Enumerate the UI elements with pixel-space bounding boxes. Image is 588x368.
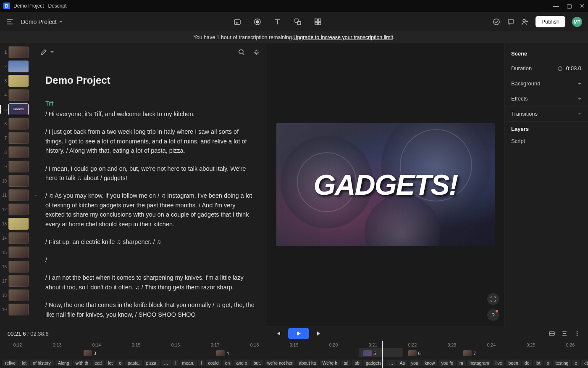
timeline-word[interactable]: … [386,360,396,366]
scene-thumb-7[interactable]: 7 [2,132,32,144]
scene-thumb-14[interactable]: 14 [2,232,32,244]
paragraph-gutter-controls[interactable]: /+ [34,192,37,200]
timeline-scene-row[interactable]: 34567 [0,350,588,358]
comment-icon[interactable] [507,18,514,26]
window-maximize-icon[interactable]: ▢ [567,3,572,9]
script-paragraph[interactable]: / ♫ As you may know, if you follow me on… [45,191,255,229]
timeline-word[interactable]: m [457,360,466,366]
shapes-tool-icon[interactable] [294,18,302,26]
timeline-word[interactable]: o [116,360,124,366]
timeline-word[interactable]: Along [55,360,72,366]
script-paragraph[interactable]: / I am not the best when it comes to sha… [45,273,255,292]
timeline-scene-marker-7[interactable]: 7 [463,350,476,357]
record-tool-icon[interactable] [253,18,262,26]
search-icon[interactable] [238,49,245,56]
timeline-word[interactable]: o [544,360,552,366]
timeline-word[interactable]: … [161,360,171,366]
scene-thumb-18[interactable]: 18 [2,289,32,301]
timeline-word[interactable]: but, [251,360,264,366]
timeline-word[interactable]: we're not her [265,360,295,366]
timeline-word[interactable]: I [172,360,178,366]
timeline-word[interactable]: do [522,360,532,366]
project-name-dropdown[interactable]: Demo Project [21,19,63,25]
timeline-word[interactable]: As [397,360,407,366]
timeline-word[interactable]: you [409,360,421,366]
timeline-word[interactable]: Instagram [467,360,492,366]
scene-thumb-15[interactable]: 15 [2,246,32,258]
timeline-area[interactable]: 0:120:130:140:150:160:170:180:190:200:21… [0,341,588,368]
add-person-icon[interactable] [521,18,529,26]
scene-thumb-9[interactable]: 9 [2,161,32,172]
more-icon[interactable] [574,330,580,337]
layers-row[interactable]: Layers [504,122,588,136]
banner-upgrade-link[interactable]: Upgrade to increase your transcription l… [293,34,393,40]
scene-thumb-3[interactable]: 3 [2,75,32,87]
play-button[interactable] [288,328,309,339]
timeline-word[interactable]: I've [493,360,504,366]
timeline-word[interactable]: lot [533,360,543,366]
timeline-selection-box[interactable] [359,348,403,357]
fullscreen-icon[interactable] [487,293,499,305]
scene-thumb-19[interactable]: 19 [2,304,32,315]
script-paragraph[interactable]: / I just got back from a two week long t… [45,127,255,155]
scene-thumb-11[interactable]: 11 [2,189,32,201]
script-paragraph[interactable]: / First up, an electric knife ♫ sharpene… [45,237,255,246]
timeline-scene-marker-4[interactable]: 4 [216,350,229,357]
scene-thumb-10[interactable]: 10 [2,175,32,187]
scene-thumb-1[interactable]: 1 [2,46,32,58]
timeline-view-icon[interactable] [549,330,555,337]
window-minimize-icon[interactable]: — [553,3,559,9]
templates-tool-icon[interactable] [314,18,322,26]
timeline-word[interactable]: tal [341,360,351,366]
align-icon[interactable] [561,330,568,337]
duration-row[interactable]: Duration 0:03.0 [504,61,588,76]
chevron-down-icon[interactable] [50,51,54,53]
transitions-row[interactable]: Transitions + [504,106,588,122]
script-paragraph[interactable]: / Hi everyone, it's Tiff, and welcome ba… [45,109,255,119]
scene-thumb-17[interactable]: 17 [2,275,32,287]
menu-icon[interactable] [6,18,13,26]
skip-forward-icon[interactable] [316,330,323,337]
scene-thumb-6[interactable]: 6 [2,118,32,130]
timeline-word[interactable]: with th [73,360,91,366]
timeline-word[interactable]: ab [352,360,362,366]
skip-back-icon[interactable] [275,330,281,337]
plus-icon[interactable]: + [34,192,38,200]
user-avatar[interactable]: MT [572,17,582,27]
timeline-word[interactable]: you fo [438,360,456,366]
timeline-word[interactable]: pizza. [144,360,160,366]
timeline-word[interactable]: could [206,360,221,366]
text-tool-icon[interactable] [273,18,282,26]
timeline-word[interactable]: mean, [180,360,197,366]
timeline-word[interactable]: testing [553,360,571,366]
script-paragraph[interactable]: / Now, the one that comes in the knife b… [45,300,255,319]
scene-thumb-5[interactable]: 5GADGETS! [2,103,32,115]
timeline-scene-marker-6[interactable]: 6 [408,350,421,357]
help-icon[interactable]: ? [487,309,499,321]
playhead[interactable] [382,341,383,368]
script-paragraph[interactable]: / I mean, I could go on and on, but, we'… [45,164,255,183]
pen-tool-icon[interactable] [40,49,47,56]
scene-thumb-2[interactable]: 2 [2,61,32,72]
timeline-word[interactable]: kitchen gadge [581,360,588,366]
window-close-icon[interactable]: ✕ [580,3,585,9]
scene-thumb-4[interactable]: 4 [2,89,32,101]
background-row[interactable]: Background + [504,76,588,91]
media-tool-icon[interactable] [233,18,242,26]
timeline-word[interactable]: know [422,360,438,366]
timeline-word[interactable]: been [506,360,520,366]
timeline-word[interactable]: on [223,360,233,366]
timeline-word[interactable]: lot [105,360,115,366]
timeline-word[interactable]: and o [234,360,249,366]
timeline-word[interactable]: lot [19,360,29,366]
scene-thumb-16[interactable]: 16 [2,261,32,273]
scene-thumbnail-rail[interactable]: 12345GADGETS!678910111213141516171819 [0,43,34,326]
effects-row[interactable]: Effects + [504,91,588,106]
scene-thumb-13[interactable]: 13 [2,218,32,230]
timeline-word[interactable]: relive [3,360,18,366]
timeline-scene-marker-3[interactable]: 3 [84,350,96,357]
timeline-word[interactable]: o [572,360,580,366]
check-icon[interactable] [493,18,500,26]
timeline-word[interactable]: We're h [320,360,340,366]
scene-thumb-12[interactable]: 12 [2,204,32,215]
